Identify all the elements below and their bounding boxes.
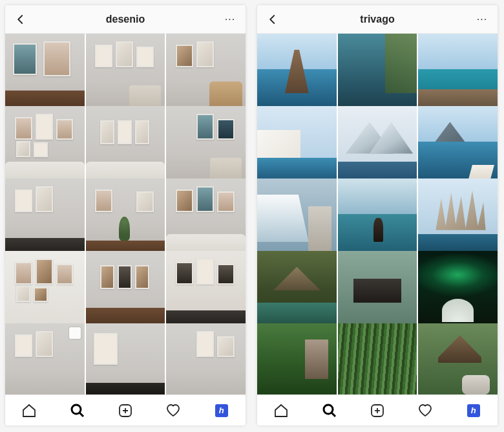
back-button[interactable] bbox=[265, 12, 280, 27]
more-icon: ··· bbox=[477, 14, 487, 25]
grid-tile-9[interactable] bbox=[166, 178, 246, 258]
phone-screen-desenio: desenio ··· bbox=[5, 5, 246, 426]
grid-tile-12[interactable] bbox=[166, 251, 246, 330]
grid-tile-4[interactable] bbox=[257, 106, 337, 186]
page-title: trivago bbox=[360, 14, 394, 25]
app-badge-icon: h bbox=[467, 404, 480, 417]
back-button[interactable] bbox=[13, 12, 28, 27]
tab-app-badge[interactable]: h bbox=[465, 402, 483, 420]
heart-icon bbox=[417, 403, 433, 418]
more-button[interactable]: ··· bbox=[222, 14, 238, 25]
tab-home[interactable] bbox=[272, 402, 290, 420]
grid-tile-10[interactable] bbox=[257, 251, 337, 330]
grid-tile-13[interactable] bbox=[5, 323, 85, 394]
grid-tile-5[interactable] bbox=[86, 106, 165, 186]
grid-tile-6[interactable] bbox=[166, 106, 246, 186]
page-title: desenio bbox=[106, 14, 145, 25]
grid-tile-2[interactable] bbox=[338, 34, 417, 113]
grid-tile-1[interactable] bbox=[5, 34, 85, 113]
header-bar: desenio ··· bbox=[5, 5, 246, 34]
tab-app-badge[interactable]: h bbox=[213, 402, 231, 420]
home-icon bbox=[21, 403, 37, 418]
plus-square-icon bbox=[118, 403, 133, 418]
grid-tile-14[interactable] bbox=[338, 323, 417, 394]
tab-activity[interactable] bbox=[164, 402, 182, 420]
svg-line-1 bbox=[79, 413, 83, 416]
grid-tile-6[interactable] bbox=[418, 106, 498, 186]
tab-search[interactable] bbox=[68, 402, 87, 420]
grid-tile-9[interactable] bbox=[418, 178, 498, 258]
tab-activity[interactable] bbox=[416, 402, 434, 420]
grid-tile-15[interactable] bbox=[166, 323, 246, 394]
grid-tile-7[interactable] bbox=[5, 178, 85, 258]
header-bar: trivago ··· bbox=[257, 5, 498, 34]
grid-tile-3[interactable] bbox=[418, 34, 498, 113]
grid-tile-10[interactable] bbox=[5, 251, 85, 330]
tab-bar: h bbox=[257, 394, 498, 426]
multi-post-icon bbox=[69, 327, 81, 339]
grid-tile-14[interactable] bbox=[86, 323, 165, 394]
svg-point-5 bbox=[324, 405, 333, 414]
more-button[interactable]: ··· bbox=[474, 14, 490, 25]
grid-tile-1[interactable] bbox=[257, 34, 337, 113]
grid-tile-11[interactable] bbox=[86, 251, 165, 330]
tab-search[interactable] bbox=[320, 402, 339, 420]
heart-icon bbox=[165, 403, 181, 418]
grid-tile-5[interactable] bbox=[338, 106, 417, 186]
grid-tile-2[interactable] bbox=[86, 34, 165, 113]
plus-square-icon bbox=[370, 403, 385, 418]
grid-tile-8[interactable] bbox=[338, 178, 417, 258]
app-badge-icon: h bbox=[215, 404, 228, 417]
chevron-left-icon bbox=[267, 14, 278, 25]
grid-tile-7[interactable] bbox=[257, 178, 337, 258]
grid-tile-13[interactable] bbox=[257, 323, 337, 394]
grid-tile-8[interactable] bbox=[86, 178, 165, 258]
tab-new-post[interactable] bbox=[116, 402, 134, 420]
tab-bar: h bbox=[5, 394, 246, 426]
grid-tile-3[interactable] bbox=[166, 34, 246, 113]
svg-line-6 bbox=[331, 413, 335, 416]
grid-tile-4[interactable] bbox=[5, 106, 85, 186]
search-icon bbox=[322, 403, 337, 418]
grid-tile-11[interactable] bbox=[338, 251, 417, 330]
svg-point-0 bbox=[72, 405, 81, 414]
tab-home[interactable] bbox=[20, 402, 38, 420]
grid-tile-12[interactable] bbox=[418, 251, 498, 330]
more-icon: ··· bbox=[225, 14, 235, 25]
phone-screen-trivago: trivago ··· bbox=[257, 5, 498, 426]
photo-grid bbox=[257, 34, 498, 394]
search-icon bbox=[70, 403, 85, 418]
photo-grid bbox=[5, 34, 246, 394]
chevron-left-icon bbox=[15, 14, 26, 25]
home-icon bbox=[273, 403, 289, 418]
tab-new-post[interactable] bbox=[368, 402, 386, 420]
grid-tile-15[interactable] bbox=[418, 323, 498, 394]
